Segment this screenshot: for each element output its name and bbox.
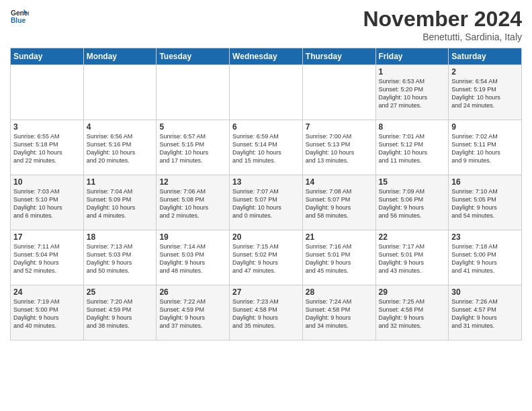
month-title: November 2024 [363, 7, 522, 32]
calendar-week-2: 3Sunrise: 6:55 AM Sunset: 5:18 PM Daylig… [11, 120, 522, 175]
day-number: 3 [13, 122, 81, 132]
day-info: Sunrise: 7:03 AM Sunset: 5:10 PM Dayligh… [13, 187, 81, 220]
day-number: 30 [451, 287, 519, 297]
day-info: Sunrise: 7:19 AM Sunset: 5:00 PM Dayligh… [13, 298, 81, 330]
day-header-tuesday: Tuesday [157, 48, 230, 65]
day-number: 11 [87, 177, 154, 187]
day-number: 23 [451, 232, 519, 242]
calendar-cell: 1Sunrise: 6:53 AM Sunset: 5:20 PM Daylig… [375, 65, 449, 120]
day-number: 27 [232, 287, 300, 297]
calendar-cell: 18Sunrise: 7:13 AM Sunset: 5:03 PM Dayli… [83, 230, 157, 285]
day-info: Sunrise: 7:09 AM Sunset: 5:06 PM Dayligh… [379, 187, 446, 220]
day-info: Sunrise: 7:22 AM Sunset: 4:59 PM Dayligh… [159, 298, 226, 330]
day-number: 25 [87, 287, 154, 297]
day-header-friday: Friday [375, 48, 449, 65]
day-info: Sunrise: 7:17 AM Sunset: 5:01 PM Dayligh… [379, 242, 446, 275]
day-number: 1 [379, 67, 446, 77]
calendar-header-row: SundayMondayTuesdayWednesdayThursdayFrid… [11, 48, 522, 65]
calendar-cell: 22Sunrise: 7:17 AM Sunset: 5:01 PM Dayli… [375, 230, 449, 285]
location-subtitle: Benetutti, Sardinia, Italy [363, 32, 522, 42]
calendar-week-1: 1Sunrise: 6:53 AM Sunset: 5:20 PM Daylig… [11, 65, 522, 120]
day-number: 26 [159, 287, 226, 297]
calendar-cell: 30Sunrise: 7:26 AM Sunset: 4:57 PM Dayli… [449, 285, 522, 340]
calendar-cell: 13Sunrise: 7:07 AM Sunset: 5:07 PM Dayli… [230, 175, 303, 230]
day-info: Sunrise: 6:57 AM Sunset: 5:15 PM Dayligh… [159, 132, 226, 165]
calendar-cell: 25Sunrise: 7:20 AM Sunset: 4:59 PM Dayli… [83, 285, 157, 340]
day-info: Sunrise: 7:11 AM Sunset: 5:04 PM Dayligh… [13, 242, 81, 275]
calendar-week-3: 10Sunrise: 7:03 AM Sunset: 5:10 PM Dayli… [11, 175, 522, 230]
day-number: 15 [379, 177, 446, 187]
day-number: 14 [306, 177, 373, 187]
calendar-cell: 16Sunrise: 7:10 AM Sunset: 5:05 PM Dayli… [449, 175, 522, 230]
day-number: 6 [232, 122, 300, 132]
calendar-cell: 17Sunrise: 7:11 AM Sunset: 5:04 PM Dayli… [11, 230, 84, 285]
calendar-cell: 14Sunrise: 7:08 AM Sunset: 5:07 PM Dayli… [302, 175, 375, 230]
day-info: Sunrise: 7:14 AM Sunset: 5:03 PM Dayligh… [159, 242, 226, 275]
day-number: 19 [159, 232, 226, 242]
day-info: Sunrise: 7:20 AM Sunset: 4:59 PM Dayligh… [87, 298, 154, 330]
day-number: 16 [451, 177, 519, 187]
calendar-cell: 7Sunrise: 7:00 AM Sunset: 5:13 PM Daylig… [302, 120, 375, 175]
day-header-sunday: Sunday [11, 48, 84, 65]
calendar-cell [157, 65, 230, 120]
day-number: 2 [451, 67, 519, 77]
day-number: 18 [87, 232, 154, 242]
day-header-monday: Monday [83, 48, 157, 65]
day-info: Sunrise: 7:16 AM Sunset: 5:01 PM Dayligh… [306, 242, 373, 275]
day-number: 8 [379, 122, 446, 132]
logo: General Blue [10, 7, 30, 26]
calendar-cell: 6Sunrise: 6:59 AM Sunset: 5:14 PM Daylig… [230, 120, 303, 175]
day-header-wednesday: Wednesday [230, 48, 303, 65]
day-info: Sunrise: 7:07 AM Sunset: 5:07 PM Dayligh… [232, 187, 300, 220]
day-info: Sunrise: 7:26 AM Sunset: 4:57 PM Dayligh… [451, 298, 519, 330]
header: General Blue November 2024 Benetutti, Sa… [10, 7, 522, 42]
main-container: General Blue November 2024 Benetutti, Sa… [0, 0, 532, 344]
calendar-cell [230, 65, 303, 120]
day-info: Sunrise: 7:13 AM Sunset: 5:03 PM Dayligh… [87, 242, 154, 275]
day-info: Sunrise: 7:18 AM Sunset: 5:00 PM Dayligh… [451, 242, 519, 275]
day-number: 7 [306, 122, 373, 132]
day-info: Sunrise: 7:15 AM Sunset: 5:02 PM Dayligh… [232, 242, 300, 275]
day-number: 9 [451, 122, 519, 132]
calendar-cell: 9Sunrise: 7:02 AM Sunset: 5:11 PM Daylig… [449, 120, 522, 175]
calendar-cell: 15Sunrise: 7:09 AM Sunset: 5:06 PM Dayli… [375, 175, 449, 230]
day-info: Sunrise: 7:01 AM Sunset: 5:12 PM Dayligh… [379, 132, 446, 165]
calendar-cell: 10Sunrise: 7:03 AM Sunset: 5:10 PM Dayli… [11, 175, 84, 230]
day-number: 10 [13, 177, 81, 187]
calendar-cell: 5Sunrise: 6:57 AM Sunset: 5:15 PM Daylig… [157, 120, 230, 175]
calendar-cell: 12Sunrise: 7:06 AM Sunset: 5:08 PM Dayli… [157, 175, 230, 230]
calendar-cell: 23Sunrise: 7:18 AM Sunset: 5:00 PM Dayli… [449, 230, 522, 285]
day-info: Sunrise: 7:10 AM Sunset: 5:05 PM Dayligh… [451, 187, 519, 220]
day-info: Sunrise: 6:59 AM Sunset: 5:14 PM Dayligh… [232, 132, 300, 165]
calendar-cell: 19Sunrise: 7:14 AM Sunset: 5:03 PM Dayli… [157, 230, 230, 285]
day-info: Sunrise: 6:53 AM Sunset: 5:20 PM Dayligh… [379, 77, 446, 110]
svg-text:Blue: Blue [11, 17, 26, 24]
title-block: November 2024 Benetutti, Sardinia, Italy [363, 7, 522, 42]
day-number: 28 [306, 287, 373, 297]
day-info: Sunrise: 7:04 AM Sunset: 5:09 PM Dayligh… [87, 187, 154, 220]
calendar-cell: 27Sunrise: 7:23 AM Sunset: 4:58 PM Dayli… [230, 285, 303, 340]
day-header-thursday: Thursday [302, 48, 375, 65]
day-number: 5 [159, 122, 226, 132]
day-number: 24 [13, 287, 81, 297]
calendar-cell: 2Sunrise: 6:54 AM Sunset: 5:19 PM Daylig… [449, 65, 522, 120]
calendar-cell [11, 65, 84, 120]
day-info: Sunrise: 6:54 AM Sunset: 5:19 PM Dayligh… [451, 77, 519, 110]
day-info: Sunrise: 7:06 AM Sunset: 5:08 PM Dayligh… [159, 187, 226, 220]
day-info: Sunrise: 7:00 AM Sunset: 5:13 PM Dayligh… [306, 132, 373, 165]
calendar-cell: 21Sunrise: 7:16 AM Sunset: 5:01 PM Dayli… [302, 230, 375, 285]
calendar-cell: 8Sunrise: 7:01 AM Sunset: 5:12 PM Daylig… [375, 120, 449, 175]
calendar-cell: 11Sunrise: 7:04 AM Sunset: 5:09 PM Dayli… [83, 175, 157, 230]
day-info: Sunrise: 7:24 AM Sunset: 4:58 PM Dayligh… [306, 298, 373, 330]
calendar-cell: 20Sunrise: 7:15 AM Sunset: 5:02 PM Dayli… [230, 230, 303, 285]
calendar-week-5: 24Sunrise: 7:19 AM Sunset: 5:00 PM Dayli… [11, 285, 522, 340]
calendar-cell [83, 65, 157, 120]
day-info: Sunrise: 7:02 AM Sunset: 5:11 PM Dayligh… [451, 132, 519, 165]
calendar-cell: 29Sunrise: 7:25 AM Sunset: 4:58 PM Dayli… [375, 285, 449, 340]
day-number: 4 [87, 122, 154, 132]
calendar-week-4: 17Sunrise: 7:11 AM Sunset: 5:04 PM Dayli… [11, 230, 522, 285]
day-number: 20 [232, 232, 300, 242]
calendar-cell: 26Sunrise: 7:22 AM Sunset: 4:59 PM Dayli… [157, 285, 230, 340]
day-number: 13 [232, 177, 300, 187]
day-number: 17 [13, 232, 81, 242]
